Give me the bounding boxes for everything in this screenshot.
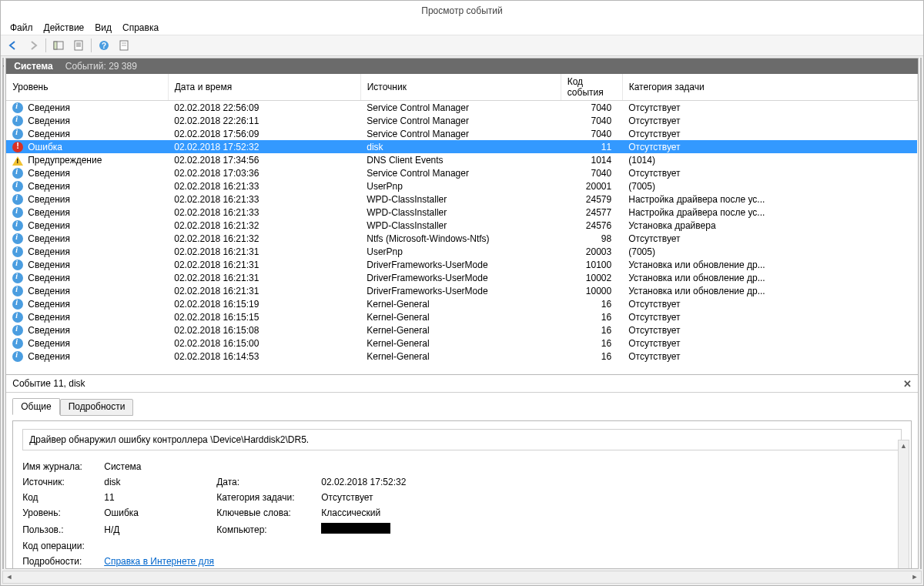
nav-back-button[interactable] [4, 36, 22, 55]
table-row[interactable]: Сведения02.02.2018 16:15:15Kernel-Genera… [6, 310, 917, 323]
info-icon [12, 325, 23, 336]
label-code: Код [22, 492, 99, 503]
svg-rect-33 [920, 369, 922, 377]
table-row[interactable]: Сведения02.02.2018 16:21:32WPD-ClassInst… [6, 219, 917, 232]
value-date: 02.02.2018 17:52:32 [321, 477, 460, 487]
action-save2-icon[interactable] [920, 407, 922, 418]
cell-task: (7005) [622, 245, 917, 258]
table-row[interactable]: Сведения02.02.2018 16:21:31UserPnp20003(… [6, 245, 917, 258]
table-row[interactable]: Сведения02.02.2018 16:21:31DriverFramewo… [6, 271, 917, 284]
svg-rect-32 [920, 349, 922, 357]
menu-file[interactable]: Файл [5, 21, 38, 35]
table-row[interactable]: Сведения02.02.2018 16:14:53Kernel-Genera… [6, 350, 917, 363]
cell-task: (7005) [622, 179, 917, 193]
cell-task: Настройка драйвера после ус... [622, 193, 917, 206]
cell-date: 02.02.2018 16:21:33 [168, 206, 360, 219]
action-refresh-icon[interactable] [920, 285, 922, 296]
properties-button[interactable] [69, 36, 88, 55]
cell-source: Kernel-General [360, 350, 561, 363]
table-row[interactable]: Сведения02.02.2018 16:21:33WPD-ClassInst… [6, 206, 917, 219]
action-copy-icon[interactable] [920, 387, 922, 398]
toolbar-separator [91, 39, 92, 52]
col-task[interactable]: Категория задачи [622, 74, 917, 101]
error-icon [12, 142, 23, 152]
detail-tabs: Общие Подробности [12, 397, 912, 414]
cell-source: DNS Client Events [360, 153, 561, 166]
info-icon [12, 207, 23, 218]
label-user: Пользов.: [22, 524, 99, 535]
cell-source: DriverFrameworks-UserMode [360, 284, 561, 297]
cell-date: 02.02.2018 16:15:00 [168, 337, 360, 350]
table-row[interactable]: Предупреждение02.02.2018 17:34:56DNS Cli… [6, 153, 917, 166]
cell-task: Отсутствует [622, 350, 917, 363]
cell-eventid: 16 [561, 350, 622, 363]
action-clear-icon[interactable] [920, 165, 922, 176]
close-icon[interactable]: ✕ [903, 378, 912, 390]
table-row[interactable]: Сведения02.02.2018 16:21:33UserPnp20001(… [6, 179, 917, 193]
info-icon [12, 181, 23, 192]
table-row[interactable]: Сведения02.02.2018 22:56:09Service Contr… [6, 101, 917, 115]
label-keywords: Ключевые слова: [216, 507, 316, 518]
cell-date: 02.02.2018 16:21:31 [168, 284, 360, 297]
table-row[interactable]: Сведения02.02.2018 17:03:36Service Contr… [6, 166, 917, 179]
log-header: Система Событий: 29 389 [6, 59, 918, 74]
actions-group-event: Со [920, 325, 922, 338]
action-createview-icon[interactable] [920, 125, 922, 136]
table-row[interactable]: Сведения02.02.2018 16:15:00Kernel-Genera… [6, 337, 917, 350]
action-eventprops-icon[interactable] [920, 347, 922, 358]
event-count: Событий: 29 389 [61, 61, 142, 72]
find-button[interactable] [115, 36, 133, 55]
cell-eventid: 24576 [561, 219, 622, 232]
col-level[interactable]: Уровень [6, 74, 168, 101]
cell-source: Service Control Manager [360, 101, 561, 115]
cell-task: Отсутствует [622, 114, 917, 127]
action-attach2-icon[interactable] [920, 367, 922, 378]
cell-source: Kernel-General [360, 337, 561, 350]
action-open-icon[interactable] [920, 105, 922, 116]
cell-level: Сведения [28, 102, 70, 113]
horizontal-scrollbar[interactable]: ◄► [2, 571, 922, 584]
svg-rect-1 [54, 42, 57, 49]
cell-task: Отсутствует [622, 166, 917, 179]
table-row[interactable]: Ошибка02.02.2018 17:52:32disk11Отсутству… [6, 140, 917, 153]
action-attach-icon[interactable] [920, 265, 922, 276]
table-row[interactable]: Сведения02.02.2018 16:21:32Ntfs (Microso… [6, 232, 917, 245]
action-import-icon[interactable] [920, 145, 922, 156]
action-filter-icon[interactable] [920, 185, 922, 196]
cell-date: 02.02.2018 16:14:53 [168, 350, 360, 363]
cell-eventid: 11 [561, 140, 622, 153]
cell-level: Сведения [28, 273, 70, 283]
tab-details[interactable]: Подробности [60, 399, 134, 416]
menu-help[interactable]: Справка [118, 21, 163, 35]
col-date[interactable]: Дата и время [168, 74, 360, 101]
info-icon [12, 273, 23, 283]
table-row[interactable]: Сведения02.02.2018 16:15:19Kernel-Genera… [6, 297, 917, 310]
action-save-icon[interactable] [920, 245, 922, 256]
table-row[interactable]: Сведения02.02.2018 16:21:31DriverFramewo… [6, 284, 917, 297]
value-keywords: Классический [321, 507, 460, 518]
table-row[interactable]: Сведения02.02.2018 16:15:08Kernel-Genera… [6, 323, 917, 337]
label-moreinfo: Подробности: [22, 556, 99, 567]
moreinfo-link[interactable]: Справка в Интернете для [104, 556, 214, 567]
info-icon [12, 102, 23, 113]
show-tree-button[interactable] [49, 36, 68, 55]
action-properties-icon[interactable] [920, 205, 922, 216]
tab-general[interactable]: Общие [12, 398, 59, 415]
cell-eventid: 20001 [561, 179, 622, 193]
value-taskcat: Отсутствует [321, 492, 460, 503]
action-find-icon[interactable] [920, 225, 922, 236]
col-eventid[interactable]: Код события [561, 74, 622, 101]
table-row[interactable]: Сведения02.02.2018 22:26:11Service Contr… [6, 114, 917, 127]
table-row[interactable]: Сведения02.02.2018 16:21:33WPD-ClassInst… [6, 193, 917, 206]
detail-scrollbar[interactable]: ▲▼ [898, 440, 909, 568]
nav-forward-button[interactable] [24, 36, 42, 55]
help-button[interactable]: ? [95, 36, 113, 55]
table-row[interactable]: Сведения02.02.2018 17:56:09Service Contr… [6, 127, 917, 140]
cell-task: Отсутствует [622, 140, 917, 153]
menu-view[interactable]: Вид [90, 21, 116, 35]
menu-action[interactable]: Действие [39, 21, 89, 35]
event-list[interactable]: Уровень Дата и время Источник Код событи… [6, 74, 918, 375]
col-source[interactable]: Источник [360, 74, 561, 101]
table-row[interactable]: Сведения02.02.2018 16:21:31DriverFramewo… [6, 258, 917, 271]
action-help-icon[interactable]: ? [920, 305, 922, 316]
